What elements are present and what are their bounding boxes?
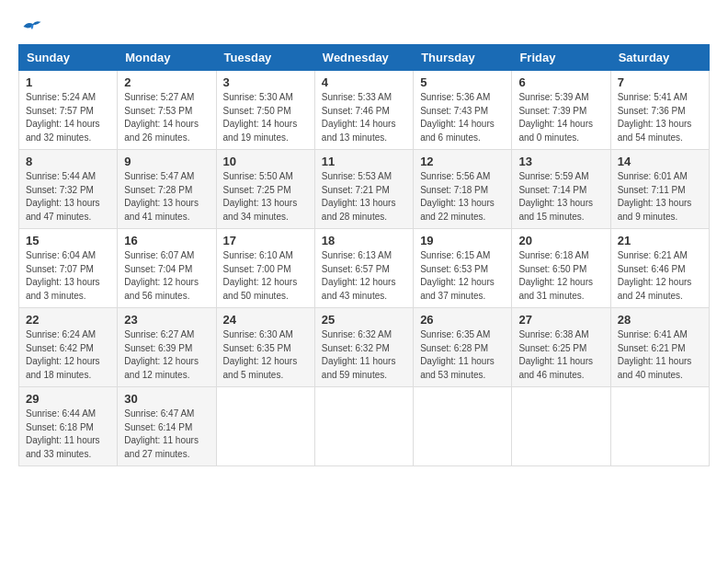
calendar-cell: 2 Sunrise: 5:27 AM Sunset: 7:53 PM Dayli… bbox=[118, 71, 216, 150]
day-info: Sunrise: 5:41 AM Sunset: 7:36 PM Dayligh… bbox=[618, 91, 702, 144]
calendar-cell: 4 Sunrise: 5:33 AM Sunset: 7:46 PM Dayli… bbox=[314, 71, 413, 150]
page-header bbox=[18, 18, 710, 35]
day-info: Sunrise: 5:47 AM Sunset: 7:28 PM Dayligh… bbox=[124, 170, 209, 224]
calendar-week-row: 22 Sunrise: 6:24 AM Sunset: 6:42 PM Dayl… bbox=[19, 308, 710, 387]
day-info: Sunrise: 6:38 AM Sunset: 6:25 PM Dayligh… bbox=[518, 328, 603, 382]
day-info: Sunrise: 6:41 AM Sunset: 6:21 PM Dayligh… bbox=[618, 328, 702, 382]
calendar-cell: 20 Sunrise: 6:18 AM Sunset: 6:50 PM Dayl… bbox=[512, 229, 610, 308]
calendar-week-row: 8 Sunrise: 5:44 AM Sunset: 7:32 PM Dayli… bbox=[19, 150, 710, 229]
calendar-cell: 22 Sunrise: 6:24 AM Sunset: 6:42 PM Dayl… bbox=[19, 308, 118, 387]
weekday-header: Monday bbox=[118, 45, 216, 71]
day-info: Sunrise: 5:59 AM Sunset: 7:14 PM Dayligh… bbox=[518, 170, 603, 224]
day-info: Sunrise: 5:27 AM Sunset: 7:53 PM Dayligh… bbox=[124, 91, 209, 144]
day-info: Sunrise: 5:50 AM Sunset: 7:25 PM Dayligh… bbox=[223, 170, 308, 224]
weekday-header: Saturday bbox=[610, 45, 709, 71]
calendar-cell bbox=[216, 387, 314, 466]
calendar-cell bbox=[314, 387, 413, 466]
day-number: 4 bbox=[322, 75, 406, 89]
calendar-cell: 16 Sunrise: 6:07 AM Sunset: 7:04 PM Dayl… bbox=[118, 229, 216, 308]
day-number: 20 bbox=[518, 234, 603, 247]
calendar-cell: 29 Sunrise: 6:44 AM Sunset: 6:18 PM Dayl… bbox=[19, 387, 118, 466]
day-info: Sunrise: 6:15 AM Sunset: 6:53 PM Dayligh… bbox=[420, 249, 505, 303]
day-info: Sunrise: 5:24 AM Sunset: 7:57 PM Dayligh… bbox=[26, 91, 110, 144]
day-number: 11 bbox=[322, 155, 406, 168]
calendar-week-row: 29 Sunrise: 6:44 AM Sunset: 6:18 PM Dayl… bbox=[19, 387, 710, 466]
day-info: Sunrise: 5:44 AM Sunset: 7:32 PM Dayligh… bbox=[26, 170, 110, 224]
calendar-cell: 30 Sunrise: 6:47 AM Sunset: 6:14 PM Dayl… bbox=[118, 387, 216, 466]
calendar-cell: 23 Sunrise: 6:27 AM Sunset: 6:39 PM Dayl… bbox=[118, 308, 216, 387]
weekday-header: Wednesday bbox=[314, 45, 413, 71]
day-number: 19 bbox=[420, 234, 505, 247]
calendar-week-row: 15 Sunrise: 6:04 AM Sunset: 7:07 PM Dayl… bbox=[19, 229, 710, 308]
day-number: 5 bbox=[420, 75, 505, 89]
calendar-week-row: 1 Sunrise: 5:24 AM Sunset: 7:57 PM Dayli… bbox=[19, 71, 710, 150]
day-info: Sunrise: 6:04 AM Sunset: 7:07 PM Dayligh… bbox=[26, 249, 110, 303]
day-number: 1 bbox=[26, 75, 110, 89]
day-number: 18 bbox=[322, 234, 406, 247]
day-number: 12 bbox=[420, 155, 505, 168]
calendar-cell: 19 Sunrise: 6:15 AM Sunset: 6:53 PM Dayl… bbox=[414, 229, 512, 308]
calendar-cell: 1 Sunrise: 5:24 AM Sunset: 7:57 PM Dayli… bbox=[19, 71, 118, 150]
calendar-cell: 3 Sunrise: 5:30 AM Sunset: 7:50 PM Dayli… bbox=[216, 71, 314, 150]
calendar-cell bbox=[414, 387, 512, 466]
calendar-cell: 15 Sunrise: 6:04 AM Sunset: 7:07 PM Dayl… bbox=[19, 229, 118, 308]
day-number: 15 bbox=[26, 234, 110, 247]
calendar-cell: 12 Sunrise: 5:56 AM Sunset: 7:18 PM Dayl… bbox=[414, 150, 512, 229]
calendar-cell: 28 Sunrise: 6:41 AM Sunset: 6:21 PM Dayl… bbox=[610, 308, 709, 387]
day-number: 29 bbox=[26, 392, 110, 406]
calendar-cell: 18 Sunrise: 6:13 AM Sunset: 6:57 PM Dayl… bbox=[314, 229, 413, 308]
day-info: Sunrise: 6:30 AM Sunset: 6:35 PM Dayligh… bbox=[223, 328, 308, 382]
calendar-cell: 13 Sunrise: 5:59 AM Sunset: 7:14 PM Dayl… bbox=[512, 150, 610, 229]
day-number: 13 bbox=[518, 155, 603, 168]
calendar-cell: 25 Sunrise: 6:32 AM Sunset: 6:32 PM Dayl… bbox=[314, 308, 413, 387]
day-info: Sunrise: 5:56 AM Sunset: 7:18 PM Dayligh… bbox=[420, 170, 505, 224]
day-info: Sunrise: 5:33 AM Sunset: 7:46 PM Dayligh… bbox=[322, 91, 406, 144]
calendar-cell: 14 Sunrise: 6:01 AM Sunset: 7:11 PM Dayl… bbox=[610, 150, 709, 229]
day-number: 28 bbox=[618, 313, 702, 327]
day-info: Sunrise: 6:18 AM Sunset: 6:50 PM Dayligh… bbox=[518, 249, 603, 303]
day-number: 25 bbox=[322, 313, 406, 327]
calendar-cell: 27 Sunrise: 6:38 AM Sunset: 6:25 PM Dayl… bbox=[512, 308, 610, 387]
day-number: 14 bbox=[618, 155, 702, 168]
day-number: 10 bbox=[223, 155, 308, 168]
day-number: 8 bbox=[26, 155, 110, 168]
day-info: Sunrise: 6:07 AM Sunset: 7:04 PM Dayligh… bbox=[124, 249, 209, 303]
day-number: 24 bbox=[223, 313, 308, 327]
calendar-cell: 21 Sunrise: 6:21 AM Sunset: 6:46 PM Dayl… bbox=[610, 229, 709, 308]
day-info: Sunrise: 6:13 AM Sunset: 6:57 PM Dayligh… bbox=[322, 249, 406, 303]
calendar-cell: 7 Sunrise: 5:41 AM Sunset: 7:36 PM Dayli… bbox=[610, 71, 709, 150]
day-info: Sunrise: 6:35 AM Sunset: 6:28 PM Dayligh… bbox=[420, 328, 505, 382]
weekday-header: Thursday bbox=[414, 45, 512, 71]
day-info: Sunrise: 6:27 AM Sunset: 6:39 PM Dayligh… bbox=[124, 328, 209, 382]
calendar-cell bbox=[610, 387, 709, 466]
day-info: Sunrise: 5:53 AM Sunset: 7:21 PM Dayligh… bbox=[322, 170, 406, 224]
day-number: 21 bbox=[618, 234, 702, 247]
calendar-cell: 17 Sunrise: 6:10 AM Sunset: 7:00 PM Dayl… bbox=[216, 229, 314, 308]
day-number: 22 bbox=[26, 313, 110, 327]
calendar-table: SundayMondayTuesdayWednesdayThursdayFrid… bbox=[18, 44, 710, 466]
calendar-cell: 9 Sunrise: 5:47 AM Sunset: 7:28 PM Dayli… bbox=[118, 150, 216, 229]
day-number: 23 bbox=[124, 313, 209, 327]
day-number: 6 bbox=[518, 75, 603, 89]
weekday-header: Friday bbox=[512, 45, 610, 71]
day-info: Sunrise: 5:39 AM Sunset: 7:39 PM Dayligh… bbox=[518, 91, 603, 144]
weekday-header: Tuesday bbox=[216, 45, 314, 71]
calendar-cell: 8 Sunrise: 5:44 AM Sunset: 7:32 PM Dayli… bbox=[19, 150, 118, 229]
day-number: 30 bbox=[124, 392, 209, 406]
calendar-cell: 10 Sunrise: 5:50 AM Sunset: 7:25 PM Dayl… bbox=[216, 150, 314, 229]
day-info: Sunrise: 6:44 AM Sunset: 6:18 PM Dayligh… bbox=[26, 408, 110, 461]
logo-bird-icon bbox=[22, 18, 42, 35]
calendar-cell: 5 Sunrise: 5:36 AM Sunset: 7:43 PM Dayli… bbox=[414, 71, 512, 150]
day-info: Sunrise: 6:01 AM Sunset: 7:11 PM Dayligh… bbox=[618, 170, 702, 224]
calendar-cell: 6 Sunrise: 5:39 AM Sunset: 7:39 PM Dayli… bbox=[512, 71, 610, 150]
logo bbox=[18, 18, 44, 35]
calendar-header-row: SundayMondayTuesdayWednesdayThursdayFrid… bbox=[19, 45, 710, 71]
day-number: 27 bbox=[518, 313, 603, 327]
calendar-cell: 26 Sunrise: 6:35 AM Sunset: 6:28 PM Dayl… bbox=[414, 308, 512, 387]
calendar-cell: 11 Sunrise: 5:53 AM Sunset: 7:21 PM Dayl… bbox=[314, 150, 413, 229]
day-number: 26 bbox=[420, 313, 505, 327]
day-info: Sunrise: 6:47 AM Sunset: 6:14 PM Dayligh… bbox=[124, 408, 209, 461]
day-info: Sunrise: 5:30 AM Sunset: 7:50 PM Dayligh… bbox=[223, 91, 308, 144]
day-info: Sunrise: 6:32 AM Sunset: 6:32 PM Dayligh… bbox=[322, 328, 406, 382]
day-info: Sunrise: 6:24 AM Sunset: 6:42 PM Dayligh… bbox=[26, 328, 110, 382]
